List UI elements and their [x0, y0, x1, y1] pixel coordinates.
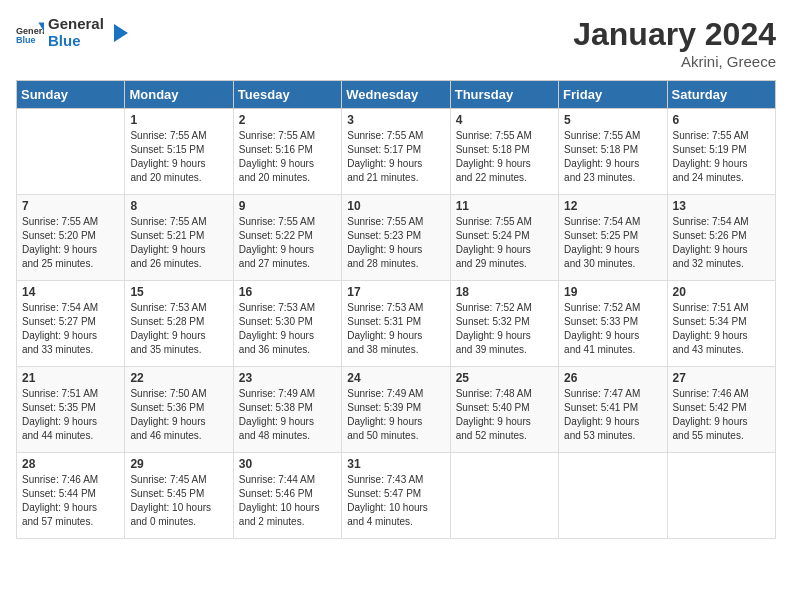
calendar-cell: 28Sunrise: 7:46 AM Sunset: 5:44 PM Dayli…	[17, 453, 125, 539]
day-info: Sunrise: 7:53 AM Sunset: 5:28 PM Dayligh…	[130, 301, 227, 357]
day-number: 17	[347, 285, 444, 299]
weekday-row: SundayMondayTuesdayWednesdayThursdayFrid…	[17, 81, 776, 109]
day-number: 20	[673, 285, 770, 299]
calendar-cell: 3Sunrise: 7:55 AM Sunset: 5:17 PM Daylig…	[342, 109, 450, 195]
weekday-header-thursday: Thursday	[450, 81, 558, 109]
day-info: Sunrise: 7:54 AM Sunset: 5:25 PM Dayligh…	[564, 215, 661, 271]
calendar-cell	[17, 109, 125, 195]
logo-blue: Blue	[48, 33, 104, 50]
calendar-cell: 21Sunrise: 7:51 AM Sunset: 5:35 PM Dayli…	[17, 367, 125, 453]
day-number: 26	[564, 371, 661, 385]
calendar-subtitle: Akrini, Greece	[573, 53, 776, 70]
calendar-title: January 2024	[573, 16, 776, 53]
calendar-cell: 24Sunrise: 7:49 AM Sunset: 5:39 PM Dayli…	[342, 367, 450, 453]
calendar-cell: 7Sunrise: 7:55 AM Sunset: 5:20 PM Daylig…	[17, 195, 125, 281]
day-info: Sunrise: 7:49 AM Sunset: 5:39 PM Dayligh…	[347, 387, 444, 443]
calendar-cell	[667, 453, 775, 539]
day-number: 3	[347, 113, 444, 127]
logo-arrow-icon	[108, 22, 130, 44]
calendar-cell: 5Sunrise: 7:55 AM Sunset: 5:18 PM Daylig…	[559, 109, 667, 195]
day-number: 28	[22, 457, 119, 471]
day-info: Sunrise: 7:51 AM Sunset: 5:35 PM Dayligh…	[22, 387, 119, 443]
calendar-cell: 18Sunrise: 7:52 AM Sunset: 5:32 PM Dayli…	[450, 281, 558, 367]
calendar-cell: 16Sunrise: 7:53 AM Sunset: 5:30 PM Dayli…	[233, 281, 341, 367]
day-info: Sunrise: 7:52 AM Sunset: 5:32 PM Dayligh…	[456, 301, 553, 357]
day-number: 12	[564, 199, 661, 213]
logo: General Blue General Blue	[16, 16, 130, 49]
calendar-cell: 23Sunrise: 7:49 AM Sunset: 5:38 PM Dayli…	[233, 367, 341, 453]
day-number: 15	[130, 285, 227, 299]
week-row-5: 28Sunrise: 7:46 AM Sunset: 5:44 PM Dayli…	[17, 453, 776, 539]
day-info: Sunrise: 7:54 AM Sunset: 5:26 PM Dayligh…	[673, 215, 770, 271]
day-info: Sunrise: 7:52 AM Sunset: 5:33 PM Dayligh…	[564, 301, 661, 357]
day-info: Sunrise: 7:53 AM Sunset: 5:31 PM Dayligh…	[347, 301, 444, 357]
day-info: Sunrise: 7:55 AM Sunset: 5:17 PM Dayligh…	[347, 129, 444, 185]
day-number: 14	[22, 285, 119, 299]
weekday-header-sunday: Sunday	[17, 81, 125, 109]
day-info: Sunrise: 7:49 AM Sunset: 5:38 PM Dayligh…	[239, 387, 336, 443]
calendar-cell: 9Sunrise: 7:55 AM Sunset: 5:22 PM Daylig…	[233, 195, 341, 281]
page-header: General Blue General Blue January 2024 A…	[16, 16, 776, 70]
day-number: 1	[130, 113, 227, 127]
title-block: January 2024 Akrini, Greece	[573, 16, 776, 70]
day-number: 19	[564, 285, 661, 299]
svg-marker-3	[114, 24, 128, 42]
logo-icon: General Blue	[16, 19, 44, 47]
day-info: Sunrise: 7:43 AM Sunset: 5:47 PM Dayligh…	[347, 473, 444, 529]
calendar-cell: 2Sunrise: 7:55 AM Sunset: 5:16 PM Daylig…	[233, 109, 341, 195]
day-info: Sunrise: 7:55 AM Sunset: 5:20 PM Dayligh…	[22, 215, 119, 271]
calendar-table: SundayMondayTuesdayWednesdayThursdayFrid…	[16, 80, 776, 539]
day-info: Sunrise: 7:48 AM Sunset: 5:40 PM Dayligh…	[456, 387, 553, 443]
day-number: 23	[239, 371, 336, 385]
weekday-header-tuesday: Tuesday	[233, 81, 341, 109]
day-number: 2	[239, 113, 336, 127]
weekday-header-friday: Friday	[559, 81, 667, 109]
day-number: 6	[673, 113, 770, 127]
day-number: 16	[239, 285, 336, 299]
day-info: Sunrise: 7:51 AM Sunset: 5:34 PM Dayligh…	[673, 301, 770, 357]
day-info: Sunrise: 7:55 AM Sunset: 5:18 PM Dayligh…	[456, 129, 553, 185]
week-row-1: 1Sunrise: 7:55 AM Sunset: 5:15 PM Daylig…	[17, 109, 776, 195]
calendar-cell	[450, 453, 558, 539]
day-number: 31	[347, 457, 444, 471]
svg-text:Blue: Blue	[16, 34, 36, 44]
day-info: Sunrise: 7:53 AM Sunset: 5:30 PM Dayligh…	[239, 301, 336, 357]
day-info: Sunrise: 7:55 AM Sunset: 5:23 PM Dayligh…	[347, 215, 444, 271]
day-info: Sunrise: 7:54 AM Sunset: 5:27 PM Dayligh…	[22, 301, 119, 357]
week-row-4: 21Sunrise: 7:51 AM Sunset: 5:35 PM Dayli…	[17, 367, 776, 453]
day-info: Sunrise: 7:47 AM Sunset: 5:41 PM Dayligh…	[564, 387, 661, 443]
day-info: Sunrise: 7:55 AM Sunset: 5:24 PM Dayligh…	[456, 215, 553, 271]
day-number: 8	[130, 199, 227, 213]
day-number: 4	[456, 113, 553, 127]
calendar-cell: 15Sunrise: 7:53 AM Sunset: 5:28 PM Dayli…	[125, 281, 233, 367]
day-number: 25	[456, 371, 553, 385]
day-info: Sunrise: 7:45 AM Sunset: 5:45 PM Dayligh…	[130, 473, 227, 529]
calendar-cell: 27Sunrise: 7:46 AM Sunset: 5:42 PM Dayli…	[667, 367, 775, 453]
weekday-header-wednesday: Wednesday	[342, 81, 450, 109]
calendar-cell: 1Sunrise: 7:55 AM Sunset: 5:15 PM Daylig…	[125, 109, 233, 195]
day-number: 9	[239, 199, 336, 213]
day-info: Sunrise: 7:44 AM Sunset: 5:46 PM Dayligh…	[239, 473, 336, 529]
day-info: Sunrise: 7:55 AM Sunset: 5:15 PM Dayligh…	[130, 129, 227, 185]
day-number: 13	[673, 199, 770, 213]
day-number: 11	[456, 199, 553, 213]
day-number: 21	[22, 371, 119, 385]
day-number: 24	[347, 371, 444, 385]
calendar-cell	[559, 453, 667, 539]
calendar-cell: 4Sunrise: 7:55 AM Sunset: 5:18 PM Daylig…	[450, 109, 558, 195]
calendar-cell: 30Sunrise: 7:44 AM Sunset: 5:46 PM Dayli…	[233, 453, 341, 539]
calendar-cell: 25Sunrise: 7:48 AM Sunset: 5:40 PM Dayli…	[450, 367, 558, 453]
day-info: Sunrise: 7:55 AM Sunset: 5:22 PM Dayligh…	[239, 215, 336, 271]
calendar-cell: 14Sunrise: 7:54 AM Sunset: 5:27 PM Dayli…	[17, 281, 125, 367]
day-number: 7	[22, 199, 119, 213]
logo-general: General	[48, 16, 104, 33]
calendar-cell: 17Sunrise: 7:53 AM Sunset: 5:31 PM Dayli…	[342, 281, 450, 367]
calendar-body: 1Sunrise: 7:55 AM Sunset: 5:15 PM Daylig…	[17, 109, 776, 539]
calendar-cell: 26Sunrise: 7:47 AM Sunset: 5:41 PM Dayli…	[559, 367, 667, 453]
calendar-cell: 6Sunrise: 7:55 AM Sunset: 5:19 PM Daylig…	[667, 109, 775, 195]
calendar-cell: 29Sunrise: 7:45 AM Sunset: 5:45 PM Dayli…	[125, 453, 233, 539]
day-info: Sunrise: 7:55 AM Sunset: 5:16 PM Dayligh…	[239, 129, 336, 185]
day-number: 5	[564, 113, 661, 127]
calendar-cell: 10Sunrise: 7:55 AM Sunset: 5:23 PM Dayli…	[342, 195, 450, 281]
calendar-header: SundayMondayTuesdayWednesdayThursdayFrid…	[17, 81, 776, 109]
